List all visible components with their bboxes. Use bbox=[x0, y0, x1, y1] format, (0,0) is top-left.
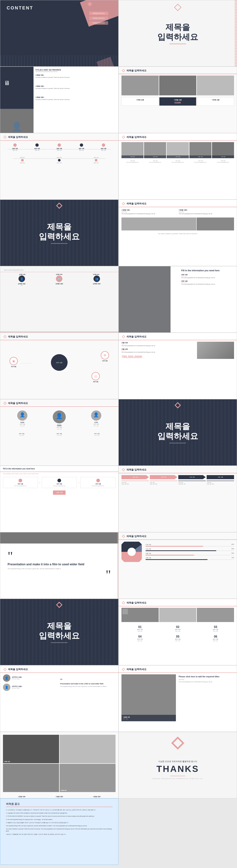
kw-item-2: 🏢 입력할 내용2 bbox=[56, 276, 63, 286]
menu-items-container: 제목을 입력하세요 제목을 입력하세요 제목을 입력하세요 bbox=[89, 10, 108, 26]
slide-row-8: Fill in the information you need here Pr… bbox=[0, 466, 237, 532]
slide-18: 제목을 입력하세요 사용 내용65% 사용 내용80% bbox=[119, 532, 237, 599]
header-diamond-21 bbox=[3, 668, 7, 671]
slide-row-9: " Presentation and make it into a film t… bbox=[0, 532, 237, 599]
timeline-wrapper: 설명 내용 설명 내용 설명 내용 설명 내용 설명 내용 설명 내용 설명 내… bbox=[0, 141, 118, 166]
connect-line-1 bbox=[21, 363, 32, 364]
menu-item-1[interactable]: 제목을 입력하세요 bbox=[89, 12, 108, 15]
dark-line-19 bbox=[51, 642, 68, 643]
fill-steps-row: 세부 내용 The most preparation be. › 세부 내용 T… bbox=[0, 475, 118, 490]
slide-23: 사용될 내용1 사용될 내용2 사용될 내용3 사용될 내용 사용될 내용4 사… bbox=[0, 732, 119, 798]
slide-row-11: 제목을 입력하세요 👤 세무적인 내용1 세무적인 내용2 👤 세무적인 내용3… bbox=[0, 665, 237, 732]
header-diamond-18 bbox=[122, 535, 125, 538]
slide-18-title: 제목을 입력하세요 bbox=[127, 535, 147, 538]
quote-col: " Presentation and make it into a film t… bbox=[60, 674, 115, 691]
kw-item-1: 👤 입력할 내용1 Title bbox=[18, 276, 26, 286]
center-circle: 세부 내용 bbox=[51, 354, 68, 371]
tl-item-4: 설명 내용 설명 내용 bbox=[70, 144, 93, 151]
quote-right-mark: " bbox=[7, 569, 111, 580]
bottom-quote: You have to believe in yourself. That's … bbox=[119, 231, 237, 236]
header-diamond bbox=[122, 69, 125, 72]
menu-item-3[interactable]: 제목을 입력하세요 bbox=[89, 21, 108, 25]
title-underline bbox=[169, 43, 186, 44]
slide-row-5: Input some keywords here 👤 입력할 내용1 Title… bbox=[0, 266, 237, 333]
slide-4: 제목을 입력하세요 기본형 상품 사용될 상품 ¥100K 기본형 상품 bbox=[119, 66, 237, 133]
plan-1: 기본형 상품 bbox=[122, 97, 158, 106]
slide-24: 이상한 오프셋 자유자재로 활용하면 된니다 THANKS ORANGE PRE… bbox=[119, 732, 237, 798]
tl-item-5: 설명 내용 설명 내용 bbox=[93, 144, 114, 151]
text-block-3: 사용될 내용3 You have to believe in yourself.… bbox=[35, 96, 116, 100]
photos-top bbox=[119, 606, 237, 623]
stat-section-1: 건물 내용 The most preparation be to interes… bbox=[122, 342, 195, 347]
right-text-col: Please click here to add the required ti… bbox=[178, 674, 234, 721]
photo-strip bbox=[119, 217, 237, 231]
slide-22-title: 제목을 입력하세요 bbox=[127, 668, 147, 671]
persons-layout: 👤 세무적인 내용1 세무적인 내용2 👤 세무적인 내용3 세무적인 내용4 … bbox=[0, 673, 118, 692]
pink-btn-area: 사용 내용 bbox=[0, 490, 118, 496]
slide-row-13: 저작권 공고 이 소프트웨어는 저작권법의 보호를 받습니다. 저작권자의 서면… bbox=[0, 798, 237, 865]
fill-info-heading: Fill in the information you need here bbox=[0, 466, 118, 472]
tl-item-3: 설명 내용 설명 내용 bbox=[48, 144, 70, 151]
dark-title-text: 제목을 입력하세요 bbox=[39, 222, 80, 242]
timeline-h-line-2 bbox=[13, 158, 105, 159]
plan-3: 기본형 상품 bbox=[197, 97, 234, 106]
slide-16-header: 제목을 입력하세요 bbox=[119, 466, 237, 473]
ceo-node: 👤 CEO 세부 내용 세부 내용 bbox=[41, 410, 78, 430]
thanks-bottom-text: ORANGE PRESENTATION POWERPOINT TEMPLATE … bbox=[152, 778, 203, 779]
info-right-panel: Fill in the information you need here 관련… bbox=[178, 266, 237, 333]
slide-3: 🖥 TITLES AND KEYWORDS 사용될 내용1 You have t… bbox=[0, 66, 119, 133]
fill-info-subtext: Presentation and make it into a film to … bbox=[0, 472, 118, 475]
keyword-input-label: Input some keywords here bbox=[4, 269, 24, 271]
pink-heading-line bbox=[35, 71, 58, 72]
slide-6-title: 제목을 입력하세요 bbox=[127, 135, 147, 139]
bottom-pink-bar bbox=[0, 331, 118, 333]
photo-bg-strip bbox=[0, 532, 118, 544]
stats-content: 건물 내용 The most preparation be to interes… bbox=[119, 340, 237, 360]
header-diamond-6 bbox=[122, 136, 125, 139]
slide-12: 제목을 입력하세요 건물 내용 The most preparation be … bbox=[119, 333, 237, 399]
fill-section-2: 관련 내용 The most preparation be to interes… bbox=[181, 280, 234, 285]
timeline-items-row: 설명 내용 설명 내용 설명 내용 설명 내용 설명 내용 설명 내용 설명 내… bbox=[4, 144, 114, 151]
menu-item-2[interactable]: 제목을 입력하세요 bbox=[89, 17, 108, 20]
slide-21-header: 제목을 입력하세요 bbox=[0, 665, 118, 673]
slide-row-3: 제목을 입력하세요 설명 내용 설명 내용 설명 내용 설명 내용 설명 내용 bbox=[0, 133, 237, 199]
diamond-top-19 bbox=[57, 602, 61, 607]
step-cell-6: 06 분류 내용 분류 내용 bbox=[197, 634, 234, 643]
doc-para-8: 사용자는 이 템플릿을 개인 및 상업적 목적으로 사용할 수 있으며, 재배포… bbox=[6, 833, 112, 835]
more-btn[interactable]: 사용 내용 bbox=[53, 491, 66, 495]
slide-18-header: 제목을 입력하세요 bbox=[119, 532, 237, 540]
keyword-items: 👤 입력할 내용1 Title 🏢 입력할 내용2 👥 입력할 내용3 bbox=[3, 276, 115, 286]
org-chart-area: 👤 COO 세부 내용 세부 내용 👤 CEO 세부 내용 세부 내용 👤 CT… bbox=[0, 409, 118, 432]
slide-2: 제목을 입력하세요 bbox=[119, 0, 237, 66]
slide-16-title: 제목을 입력하세요 bbox=[127, 468, 147, 471]
slide-row-10: 제목을 입력하세요 제목을 입력하세요 01 분류 내용 분류 내용 02 분류… bbox=[0, 599, 237, 665]
slide-20-header: 제목을 입력하세요 bbox=[119, 599, 237, 606]
timeline-bottom-row: 설명 내용 설명 내용 설명 내용 설명 내용 설명 내용 설명 내용 bbox=[4, 157, 114, 164]
six-steps-grid: 01 분류 내용 분류 내용 02 분류 내용 분류 내용 03 분류 내용 분… bbox=[119, 623, 237, 644]
dark-title-14-line bbox=[169, 443, 186, 443]
photo-overlay-person: 👤 bbox=[0, 109, 33, 133]
tl-item-b3: 설명 내용 설명 내용 bbox=[78, 157, 114, 164]
fill-step-1: 세부 내용 The most preparation be. bbox=[3, 477, 38, 488]
fill-section-1: 관련 내용 The most preparation be to interes… bbox=[181, 274, 234, 279]
slide-11-title: 제목을 입력하세요 bbox=[8, 335, 28, 338]
stat-section-2: 건물 내용 The most preparation be to interes… bbox=[122, 348, 195, 353]
kw-item-3: 👥 입력할 내용3 bbox=[93, 276, 101, 286]
slide-6: 제목을 입력하세요 사용 내용 사용 내용 사용 내용 사용 내용 사용 내용 … bbox=[119, 133, 237, 199]
header-diamond-13 bbox=[3, 402, 7, 405]
slide-row-4: 제목을 입력하세요 제목을 입력하세요 사용될 내용1 The most pre… bbox=[0, 199, 237, 266]
diamond-top-14 bbox=[176, 403, 180, 407]
slide-25: 저작권 공고 이 소프트웨어는 저작권법의 보호를 받습니다. 저작권자의 서면… bbox=[0, 798, 119, 865]
plan-2[interactable]: 사용될 상품 ¥100K bbox=[159, 97, 196, 106]
person-2: 👤 세무적인 내용3 세무적인 내용4 bbox=[3, 684, 58, 691]
two-col-layout: 사용될 내용 세부 내용 Please click here to add th… bbox=[119, 673, 237, 723]
tl-item-b1: 설명 내용 설명 내용 bbox=[4, 157, 41, 164]
slide-16: 제목을 입력하세요 사용 내용 사용 내용 사용 내용 사용 내용 사용 내용내… bbox=[119, 466, 237, 532]
left-photo-col: 사용될 내용 세부 내용 bbox=[122, 674, 176, 721]
slide-8: 제목을 입력하세요 사용될 내용1 The most preparation b… bbox=[119, 199, 237, 266]
big-stat-value: 785,500,000K bbox=[122, 355, 195, 359]
cto-node: 👤 CTO 세부 내용 세부 내용 bbox=[78, 410, 114, 427]
fill-step-2: 세부 내용 The most preparation be. bbox=[42, 477, 77, 488]
person-1: 👤 세무적인 내용1 세무적인 내용2 bbox=[3, 674, 58, 682]
caption-row: 사용 내용The most preparation be. 사용 내용The m… bbox=[119, 159, 237, 164]
